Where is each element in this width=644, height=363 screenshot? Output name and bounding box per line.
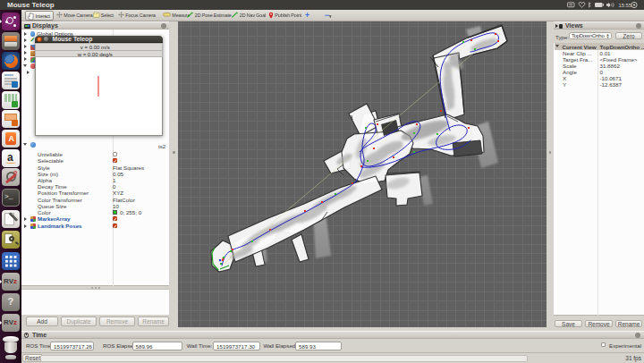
svg-text:15:55: 15:55 xyxy=(619,3,632,8)
